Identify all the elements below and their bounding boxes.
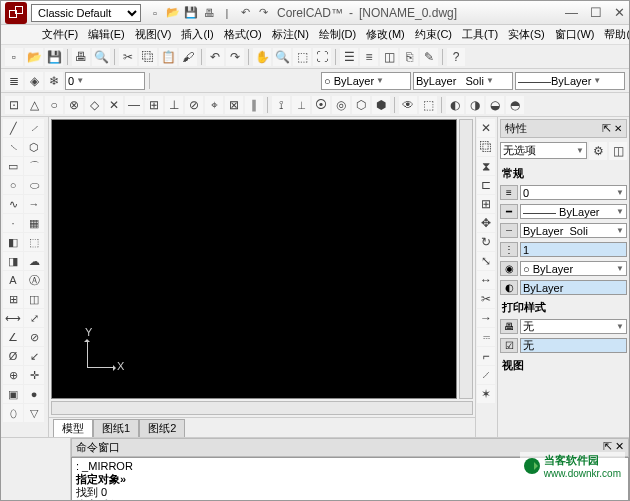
mtext-icon[interactable]: Ⓐ xyxy=(24,271,44,289)
shade-icon[interactable]: ◒ xyxy=(486,96,504,114)
design-icon[interactable]: ✎ xyxy=(420,48,438,66)
3dbox-icon[interactable]: ▣ xyxy=(3,385,23,403)
menu-window[interactable]: 窗口(W) xyxy=(552,26,598,43)
circle-icon[interactable]: ○ xyxy=(3,176,23,194)
selection-dropdown[interactable]: 无选项▼ xyxy=(500,142,587,159)
maximize-button[interactable]: ☐ xyxy=(590,5,602,20)
osnap-node-icon[interactable]: ⊗ xyxy=(65,96,83,114)
vertical-scrollbar[interactable] xyxy=(459,119,473,399)
fillet-icon[interactable]: ⌐ xyxy=(477,347,495,365)
osnap-near-icon[interactable]: ⌖ xyxy=(205,96,223,114)
hatch-icon[interactable]: ▦ xyxy=(24,214,44,232)
props-pin-icon[interactable]: ⇱ xyxy=(602,122,611,134)
prop-layer[interactable]: 0▼ xyxy=(520,185,627,200)
copy-icon[interactable]: ⿻ xyxy=(139,48,157,66)
menu-entity[interactable]: 实体(S) xyxy=(505,26,548,43)
offset-icon[interactable]: ⊏ xyxy=(477,176,495,194)
menu-format[interactable]: 格式(O) xyxy=(221,26,265,43)
3dsphere-icon[interactable]: ● xyxy=(24,385,44,403)
osnap-perp-icon[interactable]: ⊥ xyxy=(165,96,183,114)
pickobj-icon[interactable]: ◫ xyxy=(609,142,627,160)
layer-manager-icon[interactable]: ≣ xyxy=(5,72,23,90)
region-icon[interactable]: ◧ xyxy=(3,233,23,251)
table-icon[interactable]: ⊞ xyxy=(3,290,23,308)
text-icon[interactable]: A xyxy=(3,271,23,289)
undo-icon[interactable]: ↶ xyxy=(237,5,253,21)
menu-help[interactable]: 帮助(H) xyxy=(601,26,630,43)
osnap-end-icon[interactable]: ⊡ xyxy=(5,96,23,114)
arc-icon[interactable]: ⌒ xyxy=(24,157,44,175)
tolerance-icon[interactable]: ⊕ xyxy=(3,366,23,384)
color-dropdown[interactable]: ○ ByLayer▼ xyxy=(321,72,411,90)
dimrad-icon[interactable]: ⊘ xyxy=(24,328,44,346)
prop-color[interactable]: ○ ByLayer▼ xyxy=(520,261,627,276)
redo-icon[interactable]: ↷ xyxy=(255,5,271,21)
quickselect-icon[interactable]: ⚙ xyxy=(589,142,607,160)
save-icon[interactable]: 💾 xyxy=(183,5,199,21)
preview-icon[interactable]: 🔍 xyxy=(92,48,110,66)
move-icon[interactable]: ✥ xyxy=(477,214,495,232)
boundary-icon[interactable]: ⬚ xyxy=(24,233,44,251)
wireframe-icon[interactable]: ◓ xyxy=(506,96,524,114)
view3d-icon[interactable]: ⬚ xyxy=(419,96,437,114)
osnap-ext-icon[interactable]: — xyxy=(125,96,143,114)
dimlinear-icon[interactable]: ⟷ xyxy=(3,309,23,327)
osnap-quad-icon[interactable]: ◇ xyxy=(85,96,103,114)
dimalign-icon[interactable]: ⤢ xyxy=(24,309,44,327)
spline-icon[interactable]: ∿ xyxy=(3,195,23,213)
layer-dropdown[interactable]: 0 ▼ xyxy=(65,72,145,90)
zoom-extents-icon[interactable]: ⛶ xyxy=(313,48,331,66)
brush-icon[interactable]: 🖌 xyxy=(179,48,197,66)
polygon-icon[interactable]: ⬡ xyxy=(24,138,44,156)
horizontal-scrollbar[interactable] xyxy=(51,401,473,415)
array-icon[interactable]: ⊞ xyxy=(477,195,495,213)
help-icon[interactable]: ? xyxy=(447,48,465,66)
save-doc-icon[interactable]: 💾 xyxy=(45,48,63,66)
tab-layout1[interactable]: 图纸1 xyxy=(93,419,139,437)
cut-icon[interactable]: ✂ xyxy=(119,48,137,66)
menu-view[interactable]: 视图(V) xyxy=(132,26,175,43)
tab-model[interactable]: 模型 xyxy=(53,419,93,437)
constraint5-icon[interactable]: ⬡ xyxy=(352,96,370,114)
theme-select[interactable]: Classic Default xyxy=(31,4,141,22)
constraint-icon[interactable]: ⟟ xyxy=(272,96,290,114)
rotate-icon[interactable]: ↻ xyxy=(477,233,495,251)
tab-layout2[interactable]: 图纸2 xyxy=(139,419,185,437)
copy-obj-icon[interactable]: ⿻ xyxy=(477,138,495,156)
minimize-button[interactable]: — xyxy=(565,5,578,20)
menu-annotate[interactable]: 标注(N) xyxy=(269,26,312,43)
linetype-dropdown[interactable]: ByLayer Soli▼ xyxy=(413,72,513,90)
layer-freeze-icon[interactable]: ❄ xyxy=(45,72,63,90)
stretch-icon[interactable]: ↔ xyxy=(477,271,495,289)
rectangle-icon[interactable]: ▭ xyxy=(3,157,23,175)
cmd-pin-icon[interactable]: ⇱ xyxy=(603,440,612,452)
new-doc-icon[interactable]: ▫ xyxy=(5,48,23,66)
pan-icon[interactable]: ✋ xyxy=(253,48,271,66)
erase-icon[interactable]: ✕ xyxy=(477,119,495,137)
render-icon[interactable]: ◐ xyxy=(446,96,464,114)
chamfer-icon[interactable]: ⟋ xyxy=(477,366,495,384)
zoom-window-icon[interactable]: ⬚ xyxy=(293,48,311,66)
constraint2-icon[interactable]: ⟂ xyxy=(292,96,310,114)
osnap-ins-icon[interactable]: ⊞ xyxy=(145,96,163,114)
point-icon[interactable]: · xyxy=(3,214,23,232)
print-icon[interactable]: 🖶 xyxy=(201,5,217,21)
block-icon[interactable]: ◫ xyxy=(24,290,44,308)
3dcyl-icon[interactable]: ⬯ xyxy=(3,404,23,422)
prop-ltype[interactable]: ByLayer Soli▼ xyxy=(520,223,627,238)
explode-icon[interactable]: ✶ xyxy=(477,385,495,403)
3dcone-icon[interactable]: ▽ xyxy=(24,404,44,422)
redo-icon[interactable]: ↷ xyxy=(226,48,244,66)
leader-icon[interactable]: ↙ xyxy=(24,347,44,365)
paste-icon[interactable]: 📋 xyxy=(159,48,177,66)
zoom-icon[interactable]: 🔍 xyxy=(273,48,291,66)
constraint6-icon[interactable]: ⬢ xyxy=(372,96,390,114)
constraint4-icon[interactable]: ◎ xyxy=(332,96,350,114)
prop-plottable[interactable]: 无 xyxy=(520,338,627,353)
menu-insert[interactable]: 插入(I) xyxy=(178,26,216,43)
open-icon[interactable]: 📂 xyxy=(165,5,181,21)
view-icon[interactable]: 👁 xyxy=(399,96,417,114)
osnap-int-icon[interactable]: ✕ xyxy=(105,96,123,114)
menu-edit[interactable]: 编辑(E) xyxy=(85,26,128,43)
ray-icon[interactable]: → xyxy=(24,195,44,213)
